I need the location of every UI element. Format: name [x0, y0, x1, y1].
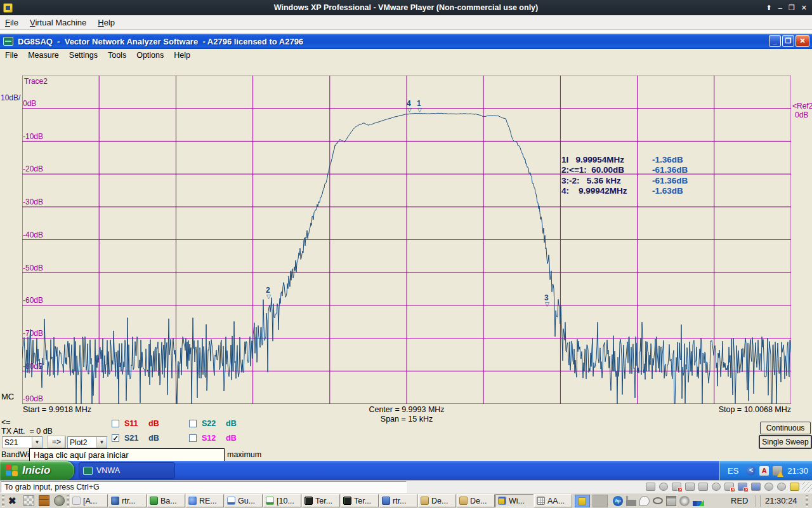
vmware-statusbar: To grab input, press Ctrl+G ✕✕✕	[0, 480, 812, 493]
dark-cross-icon[interactable]: ✖	[8, 495, 19, 506]
menu-item-help[interactable]: Help	[98, 18, 115, 27]
panel-handle[interactable]	[806, 495, 808, 507]
language-indicator[interactable]: ES	[728, 466, 738, 476]
marker-triangle-icon: ▽	[545, 301, 549, 307]
x-axis-start: Start = 9.9918 MHz	[23, 405, 91, 414]
host-window-re[interactable]: RE...	[186, 494, 224, 507]
chevron-down-icon[interactable]: ▼	[96, 437, 107, 448]
vmware-menubar: FileVirtual MachineHelp	[0, 15, 812, 30]
marker-readout-label: 2:<=1: 60.00dB	[561, 165, 624, 175]
vmware-launcher-tile[interactable]	[575, 495, 590, 507]
device-b-icon[interactable]	[777, 483, 786, 491]
host-window-ter[interactable]: Ter...	[341, 494, 379, 507]
checkbox-s12[interactable]	[189, 434, 197, 442]
close-icon[interactable]: ✕	[801, 4, 807, 12]
minimize-icon[interactable]: –	[778, 4, 782, 12]
host-taskbar: ✖ [A...rtr...Ba...RE...Gu...[10...Ter...…	[0, 493, 812, 508]
floppy-disconnected-icon[interactable]: ✕	[672, 483, 681, 491]
menu-item-virtual-machine[interactable]: Virtual Machine	[30, 18, 86, 27]
fullscreen-icon[interactable]: ⬆	[766, 4, 772, 12]
network-monitor-icon[interactable]	[693, 496, 703, 506]
usb-controller-icon[interactable]	[685, 483, 695, 491]
scale-per-div-label: 10dB/	[1, 93, 20, 102]
cd-rom-icon[interactable]	[659, 483, 668, 491]
checkbox-s22[interactable]	[189, 420, 197, 427]
windows-flag-icon	[6, 465, 18, 476]
chat-bubble-icon[interactable]	[639, 496, 650, 506]
writer-doc-icon	[227, 497, 235, 505]
printer-icon[interactable]	[698, 483, 708, 491]
host-window-rtr[interactable]: rtr...	[108, 494, 147, 507]
panel-handle[interactable]	[67, 495, 69, 507]
back-arrow-label: <=	[1, 418, 11, 427]
host-window-de[interactable]: De...	[418, 494, 456, 507]
checkbox-s21[interactable]: ✓	[112, 434, 119, 442]
screenshot-launcher-icon[interactable]	[23, 495, 34, 506]
source-select[interactable]: S21 ▼	[2, 436, 43, 448]
vnwa-minimize-button[interactable]: _	[769, 35, 781, 47]
panel-handle[interactable]	[2, 495, 4, 507]
tx-att-label: TX Att. = 0 dB	[1, 427, 53, 436]
vnwa-menu-settings[interactable]: Settings	[69, 51, 98, 60]
vnwa-menu-measure[interactable]: Measure	[28, 51, 59, 60]
vnwa-menu-tools[interactable]: Tools	[108, 51, 126, 60]
host-window-a[interactable]: [A...	[70, 494, 108, 507]
disc-icon[interactable]	[679, 496, 690, 506]
checkbox-label-s12: S12	[202, 434, 216, 443]
x-axis-stop: Stop = 10.0068 MHz	[672, 405, 791, 414]
device-a-icon[interactable]	[764, 483, 773, 491]
usb-device-icon[interactable]	[751, 483, 761, 491]
vnwa-close-button[interactable]: ✕	[796, 35, 809, 47]
host-window-ba[interactable]: Ba...	[147, 494, 185, 507]
host-window-de[interactable]: De...	[457, 494, 495, 507]
blue-folder-icon	[382, 497, 390, 505]
notes-icon[interactable]	[790, 483, 799, 491]
sound-adapter-icon[interactable]	[712, 483, 721, 491]
round-app-icon[interactable]	[54, 495, 65, 506]
hard-disk-icon[interactable]	[646, 483, 655, 491]
file-cabinet-icon[interactable]	[39, 495, 49, 506]
resize-grip[interactable]	[802, 482, 812, 492]
vnwa-app-icon	[3, 37, 13, 46]
vnwa-menu-help[interactable]: Help	[174, 51, 190, 60]
vnwa-menu-options[interactable]: Options	[136, 51, 164, 60]
plot-select[interactable]: Plot2 ▼	[67, 436, 107, 448]
marker-readout-value: -61.36dB	[652, 176, 688, 185]
host-window-aa[interactable]: AA...	[534, 494, 572, 507]
vnwa-restore-button[interactable]: ❐	[782, 35, 794, 47]
checkbox-label-s21: S21	[124, 434, 138, 443]
xp-taskbar: Inicio VNWA ES < A 21:30	[0, 461, 812, 480]
xp-clock[interactable]: 21:30	[787, 466, 808, 476]
checkbox-unit: dB	[226, 419, 237, 428]
usb-device-disconnected-icon[interactable]: ✕	[724, 483, 734, 491]
hide-icons-chevron-icon[interactable]: <	[746, 466, 756, 476]
ref-label: <Ref2	[792, 102, 812, 110]
vmware-tools-warning-icon[interactable]	[773, 466, 782, 476]
maximize-icon[interactable]: ❒	[789, 4, 795, 12]
host-window-gu[interactable]: Gu...	[225, 494, 263, 507]
signal-bars-icon[interactable]	[626, 496, 636, 506]
taskbar-task-vnwa[interactable]: VNWA	[79, 462, 175, 479]
marker-triangle-icon: ▽	[407, 107, 412, 113]
checkbox-s11[interactable]	[112, 420, 119, 427]
acrobat-icon[interactable]: A	[759, 466, 769, 476]
chevron-down-icon[interactable]: ▼	[32, 437, 42, 448]
host-window-wi[interactable]: Wi...	[495, 494, 534, 507]
host-window-ter[interactable]: Ter...	[302, 494, 340, 507]
display-disconnected-icon[interactable]: ✕	[738, 483, 747, 491]
marker-triangle-icon: ▽	[266, 293, 271, 300]
clipboard-icon[interactable]	[666, 496, 676, 506]
menu-item-file[interactable]: File	[5, 18, 18, 27]
hp-icon[interactable]: hp	[613, 496, 623, 506]
vnwa-menu-file[interactable]: File	[5, 51, 18, 60]
single-sweep-button[interactable]: Single Sweep	[759, 435, 812, 449]
grid-table-icon	[537, 497, 545, 505]
ellipse-icon[interactable]	[653, 497, 663, 504]
host-clock[interactable]: 21:30:24	[765, 496, 797, 505]
continuous-button[interactable]: Continuous	[760, 422, 811, 434]
host-window-rtr[interactable]: rtr...	[379, 494, 417, 507]
host-window-10[interactable]: [10...	[263, 494, 301, 507]
empty-tile[interactable]	[593, 495, 608, 507]
start-button[interactable]: Inicio	[0, 461, 74, 480]
assign-button[interactable]: =>	[48, 436, 65, 448]
